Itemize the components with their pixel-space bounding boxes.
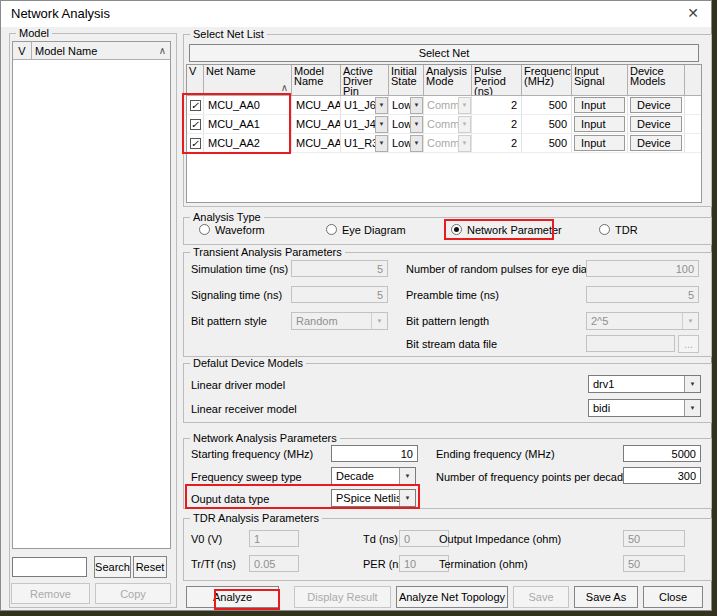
input-signal-button[interactable]: Input bbox=[574, 116, 625, 132]
chevron-down-icon[interactable]: ▼ bbox=[410, 97, 423, 114]
analysis-mode-select: Commo▼ bbox=[424, 135, 471, 152]
col-header-pulse-period[interactable]: Pulse Period (ns) bbox=[472, 65, 522, 95]
bit-pattern-style-select: Random▼ bbox=[291, 312, 388, 330]
chevron-down-icon[interactable]: ▼ bbox=[684, 376, 700, 392]
col-header-active-driver-pin[interactable]: Active Driver Pin bbox=[341, 65, 389, 95]
pulse-period-cell: 2 bbox=[472, 115, 522, 133]
chevron-down-icon[interactable]: ▼ bbox=[399, 468, 415, 484]
search-button[interactable]: Search bbox=[94, 556, 131, 578]
network-analysis-dialog: Network Analysis ✕ Model V Model Name ∧ … bbox=[0, 0, 712, 611]
chevron-down-icon: ▼ bbox=[458, 116, 471, 133]
chevron-down-icon[interactable]: ▼ bbox=[410, 116, 423, 133]
select-net-list-group-label: Select Net List bbox=[190, 28, 267, 40]
chevron-down-icon[interactable]: ▼ bbox=[684, 400, 700, 416]
model-name-header-label: Model Name bbox=[35, 45, 97, 57]
points-per-decade-field[interactable]: 300 bbox=[623, 467, 701, 484]
output-data-type-label: Ouput data type bbox=[191, 493, 269, 505]
termination-label: Termination (ohm) bbox=[439, 558, 528, 570]
radio-tdr[interactable] bbox=[599, 224, 610, 235]
output-impedance-label: Output Impedance (ohm) bbox=[439, 533, 561, 545]
chevron-down-icon: ▼ bbox=[458, 97, 471, 114]
starting-frequency-field[interactable]: 10 bbox=[331, 445, 418, 462]
linear-receiver-model-label: Linear receiver model bbox=[191, 403, 297, 415]
active-driver-pin-select[interactable]: U1_R3▼ bbox=[341, 135, 388, 152]
radio-network-parameter[interactable] bbox=[451, 224, 462, 235]
active-driver-pin-value: U1_R3 bbox=[341, 135, 375, 152]
check-icon: ✓ bbox=[191, 138, 199, 149]
termination-field: 50 bbox=[623, 555, 685, 572]
select-net-button[interactable]: Select Net bbox=[189, 44, 699, 62]
model-name-cell: MCU_AA1 bbox=[292, 115, 341, 133]
analysis-mode-select: Commo▼ bbox=[424, 116, 471, 133]
ending-frequency-label: Ending frequency (MHz) bbox=[436, 448, 555, 460]
model-name-cell: MCU_AA2 bbox=[292, 134, 341, 152]
ending-frequency-field[interactable]: 5000 bbox=[623, 445, 701, 462]
net-row[interactable]: ✓ MCU_AA1 MCU_AA1 U1_J4▼ Low▼ Commo▼ 2 5… bbox=[187, 115, 701, 134]
sort-asc-icon: ∧ bbox=[159, 45, 166, 56]
linear-driver-model-select[interactable]: drv1▼ bbox=[588, 375, 701, 393]
trtf-label: Tr/Tf (ns) bbox=[191, 558, 236, 570]
chevron-down-icon[interactable]: ▼ bbox=[375, 97, 388, 114]
input-signal-button[interactable]: Input bbox=[574, 97, 625, 113]
device-models-button[interactable]: Device bbox=[630, 135, 682, 151]
simulation-time-field: 5 bbox=[291, 260, 388, 277]
model-search-input[interactable] bbox=[12, 557, 87, 577]
close-icon[interactable]: ✕ bbox=[684, 5, 702, 23]
net-checkbox[interactable]: ✓ bbox=[190, 138, 201, 149]
analyze-button[interactable]: Analyze bbox=[186, 586, 279, 608]
radio-network-parameter-label: Network Parameter bbox=[467, 224, 562, 236]
col-header-initial-state[interactable]: Initial State bbox=[389, 65, 424, 95]
trtf-field: 0.05 bbox=[249, 555, 299, 572]
initial-state-select[interactable]: Low▼ bbox=[389, 135, 423, 152]
model-check-column-header[interactable]: V bbox=[13, 42, 32, 59]
analysis-mode-value: Commo bbox=[424, 116, 458, 133]
net-row[interactable]: ✓ MCU_AA0 MCU_AA0 U1_J6▼ Low▼ Commo▼ 2 5… bbox=[187, 96, 701, 115]
save-button: Save bbox=[513, 586, 569, 608]
linear-receiver-model-select[interactable]: bidi▼ bbox=[588, 399, 701, 417]
radio-eye-diagram[interactable] bbox=[326, 224, 337, 235]
frequency-sweep-type-label: Frequency sweep type bbox=[191, 471, 302, 483]
active-driver-pin-value: U1_J6 bbox=[341, 97, 375, 114]
net-row[interactable]: ✓ MCU_AA2 MCU_AA2 U1_R3▼ Low▼ Commo▼ 2 5… bbox=[187, 134, 701, 153]
analysis-type-group-label: Analysis Type bbox=[190, 211, 264, 223]
signaling-time-field: 5 bbox=[291, 286, 388, 303]
col-header-frequency[interactable]: Frequency (MHz) bbox=[522, 65, 572, 95]
col-header-model-name[interactable]: Model Name bbox=[292, 65, 341, 95]
col-header-check[interactable]: V bbox=[187, 65, 204, 95]
browse-button: ... bbox=[678, 335, 699, 353]
col-header-net-name[interactable]: Net Name ∧ bbox=[204, 65, 292, 95]
frequency-sweep-type-select[interactable]: Decade▼ bbox=[331, 467, 416, 485]
starting-frequency-label: Starting frequency (MHz) bbox=[191, 448, 313, 460]
window-title: Network Analysis bbox=[11, 6, 110, 21]
chevron-down-icon[interactable]: ▼ bbox=[399, 490, 415, 506]
reset-button[interactable]: Reset bbox=[133, 556, 167, 578]
copy-button: Copy bbox=[95, 583, 171, 604]
initial-state-select[interactable]: Low▼ bbox=[389, 97, 423, 114]
col-header-input-signal[interactable]: Input Signal bbox=[572, 65, 628, 95]
output-data-type-select[interactable]: PSpice Netlist▼ bbox=[331, 489, 416, 507]
linear-driver-model-value: drv1 bbox=[589, 376, 684, 392]
save-as-button[interactable]: Save As bbox=[574, 586, 638, 608]
active-driver-pin-select[interactable]: U1_J6▼ bbox=[341, 97, 388, 114]
active-driver-pin-select[interactable]: U1_J4▼ bbox=[341, 116, 388, 133]
model-name-column-header[interactable]: Model Name ∧ bbox=[32, 42, 170, 59]
net-checkbox[interactable]: ✓ bbox=[190, 100, 201, 111]
radio-waveform[interactable] bbox=[199, 224, 210, 235]
net-name-cell: MCU_AA2 bbox=[204, 134, 292, 152]
close-button[interactable]: Close bbox=[643, 586, 703, 608]
device-models-button[interactable]: Device bbox=[630, 116, 682, 132]
input-signal-button[interactable]: Input bbox=[574, 135, 625, 151]
col-header-analysis-mode[interactable]: Analysis Mode bbox=[424, 65, 472, 95]
net-checkbox[interactable]: ✓ bbox=[190, 119, 201, 130]
radio-waveform-label: Waveform bbox=[215, 224, 265, 236]
col-header-device-models[interactable]: Device Models bbox=[628, 65, 685, 95]
frequency-sweep-type-value: Decade bbox=[332, 468, 399, 484]
tdr-params-group-label: TDR Analysis Parameters bbox=[190, 512, 322, 524]
chevron-down-icon: ▼ bbox=[682, 313, 698, 329]
device-models-button[interactable]: Device bbox=[630, 97, 682, 113]
analyze-net-topology-button[interactable]: Analyze Net Topology bbox=[396, 586, 508, 608]
initial-state-select[interactable]: Low▼ bbox=[389, 116, 423, 133]
chevron-down-icon[interactable]: ▼ bbox=[375, 116, 388, 133]
chevron-down-icon[interactable]: ▼ bbox=[410, 135, 423, 152]
chevron-down-icon[interactable]: ▼ bbox=[375, 135, 388, 152]
